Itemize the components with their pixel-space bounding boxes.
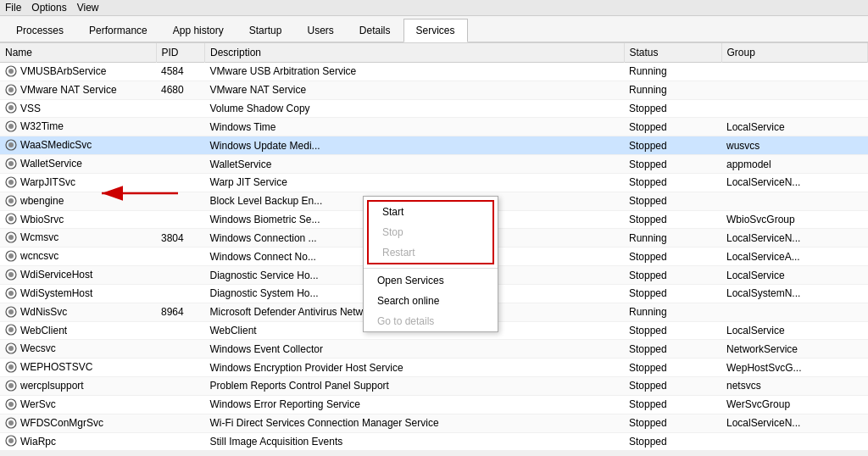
service-description: Problem Reports Control Panel Support <box>205 377 625 396</box>
service-group: NetworkService <box>721 340 868 359</box>
tab-app-history[interactable]: App history <box>160 19 236 42</box>
tab-startup[interactable]: Startup <box>236 19 295 42</box>
col-header-name[interactable]: Name <box>0 43 156 63</box>
table-row[interactable]: WalletServiceWalletServiceStoppedappmode… <box>0 155 868 174</box>
service-pid <box>156 432 205 450</box>
service-pid <box>156 266 205 285</box>
table-row[interactable]: VSSVolume Shadow CopyStopped <box>0 99 868 118</box>
svg-point-23 <box>8 272 14 277</box>
context-menu-start[interactable]: Start <box>369 202 492 222</box>
svg-point-25 <box>8 291 14 296</box>
service-icon <box>5 342 17 354</box>
service-pid <box>156 136 205 155</box>
title-bar: File Options View Processes Performance … <box>0 0 868 43</box>
table-row[interactable]: WFDSConMgrSvcWi-Fi Direct Services Conne… <box>0 414 868 432</box>
table-row[interactable]: W32TimeWindows TimeStoppedLocalService <box>0 118 868 136</box>
tab-processes[interactable]: Processes <box>3 19 76 42</box>
service-group: wusvcs <box>721 136 868 155</box>
tab-users[interactable]: Users <box>294 19 346 42</box>
service-group: LocalService <box>721 266 868 285</box>
svg-point-41 <box>8 438 14 443</box>
context-menu-search-online[interactable]: Search online <box>364 291 498 311</box>
menu-view[interactable]: View <box>77 2 99 14</box>
service-group: WerSvcGroup <box>721 395 868 414</box>
service-pid <box>156 321 205 340</box>
service-name: wbengine <box>0 192 156 210</box>
tab-services[interactable]: Services <box>403 19 468 42</box>
col-header-group[interactable]: Group <box>721 43 868 63</box>
service-status: Stopped <box>624 136 721 155</box>
table-row[interactable]: VMware NAT Service4680VMware NAT Service… <box>0 81 868 99</box>
table-row[interactable]: WecsvcWindows Event CollectorStoppedNetw… <box>0 340 868 359</box>
context-menu-restart[interactable]: Restart <box>369 242 492 263</box>
context-menu-open-services[interactable]: Open Services <box>364 270 498 291</box>
service-name: W32Time <box>0 118 156 136</box>
tab-performance[interactable]: Performance <box>76 19 160 42</box>
table-row[interactable]: WEPHOSTSVCWindows Encryption Provider Ho… <box>0 359 868 377</box>
service-description: Windows Encryption Provider Host Service <box>205 359 625 377</box>
service-icon <box>5 65 17 77</box>
table-row[interactable]: VMUSBArbService4584VMware USB Arbitratio… <box>0 63 868 81</box>
svg-point-35 <box>8 383 14 388</box>
service-description: Wi-Fi Direct Services Connection Manager… <box>205 414 625 432</box>
service-group: LocalServiceN... <box>721 229 868 247</box>
service-status: Stopped <box>624 192 721 210</box>
service-description: Windows Event Collector <box>205 340 625 359</box>
svg-point-7 <box>8 124 14 129</box>
svg-point-27 <box>8 309 14 314</box>
service-pid <box>156 192 205 210</box>
service-icon <box>5 287 17 299</box>
svg-point-13 <box>8 180 14 185</box>
service-description: Windows Update Medi... <box>205 136 625 155</box>
service-group: netsvcs <box>721 377 868 396</box>
service-name: WebClient <box>0 321 156 340</box>
col-header-description[interactable]: Description <box>205 43 625 63</box>
svg-point-21 <box>8 253 14 259</box>
service-status: Stopped <box>624 247 721 266</box>
table-row[interactable]: WiaRpcStill Image Acquisition EventsStop… <box>0 432 868 450</box>
menu-file[interactable]: File <box>5 2 21 14</box>
context-menu-action-section: Start Stop Restart <box>367 200 494 264</box>
service-pid: 4584 <box>156 63 205 81</box>
svg-point-15 <box>8 198 14 203</box>
service-pid <box>156 247 205 266</box>
svg-point-3 <box>8 87 14 92</box>
tab-details[interactable]: Details <box>347 19 403 42</box>
service-name: WalletService <box>0 155 156 174</box>
service-description: Volume Shadow Copy <box>205 99 625 118</box>
service-icon <box>5 250 17 262</box>
service-status: Stopped <box>624 210 721 229</box>
col-header-pid[interactable]: PID <box>156 43 205 63</box>
service-group <box>721 192 868 210</box>
svg-point-19 <box>8 235 14 240</box>
service-status: Running <box>624 229 721 247</box>
context-menu-stop[interactable]: Stop <box>369 222 492 242</box>
table-row[interactable]: WaaSMedicSvcWindows Update Medi...Stoppe… <box>0 136 868 155</box>
menu-options[interactable]: Options <box>31 2 66 14</box>
service-status: Stopped <box>624 321 721 340</box>
service-name: VMware NAT Service <box>0 81 156 99</box>
service-group: LocalService <box>721 118 868 136</box>
svg-point-39 <box>8 420 14 425</box>
svg-point-11 <box>8 161 14 166</box>
service-pid: 3804 <box>156 229 205 247</box>
service-group: WepHostSvcG... <box>721 359 868 377</box>
table-row[interactable]: wercplsupportProblem Reports Control Pan… <box>0 377 868 396</box>
service-group <box>721 99 868 118</box>
table-row[interactable]: WarpJITSvcWarp JIT ServiceStoppedLocalSe… <box>0 173 868 192</box>
service-icon <box>5 306 17 318</box>
service-pid: 8964 <box>156 303 205 321</box>
service-name: WarpJITSvc <box>0 173 156 192</box>
service-name: wcncsvc <box>0 247 156 266</box>
service-group <box>721 81 868 99</box>
svg-point-1 <box>8 69 14 74</box>
service-pid <box>156 414 205 432</box>
service-name: VSS <box>0 99 156 118</box>
col-header-status[interactable]: Status <box>624 43 721 63</box>
service-group: LocalSystemN... <box>721 284 868 303</box>
service-description: Windows Error Reporting Service <box>205 395 625 414</box>
context-menu-go-to-details[interactable]: Go to details <box>364 311 498 331</box>
service-icon <box>5 361 17 373</box>
service-name: WerSvc <box>0 395 156 414</box>
table-row[interactable]: WerSvcWindows Error Reporting ServiceSto… <box>0 395 868 414</box>
